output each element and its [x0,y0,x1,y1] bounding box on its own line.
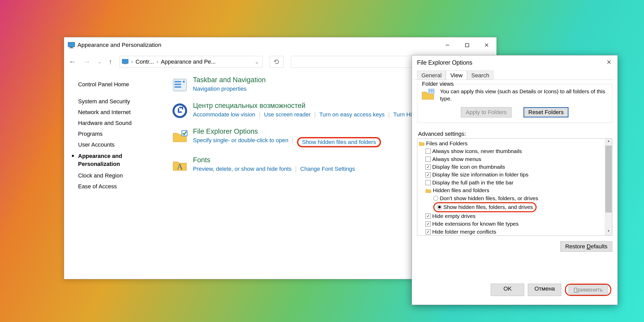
ok-button[interactable]: OK [491,284,524,296]
category-title[interactable]: File Explorer Options [193,128,381,135]
svg-point-13 [183,81,185,83]
tab-view[interactable]: View [446,71,467,80]
sidebar-item[interactable]: Hardware and Sound [78,118,169,129]
window-title: Appearance and Personalization [78,42,161,48]
scroll-up-icon[interactable]: ▴ [605,139,612,145]
titlebar: Appearance and Personalization [64,37,496,53]
advanced-settings-label: Advanced settings: [418,131,612,137]
category-link[interactable]: Use screen reader [264,111,311,118]
tree-checkbox-item[interactable]: Hide empty drives [419,212,604,220]
checkbox-icon[interactable] [426,157,431,162]
category-link[interactable]: Turn on easy access keys [319,111,385,118]
tree-folder[interactable]: Files and Folders [419,140,604,147]
breadcrumb-item[interactable]: Appearance and Pe... [161,58,216,65]
tree-checkbox-item[interactable]: Always show icons, never thumbnails [419,147,604,155]
checkbox-icon[interactable] [426,229,431,234]
control-panel-home-link[interactable]: Control Panel Home [78,79,169,90]
svg-text:A: A [177,162,183,171]
checkbox-icon[interactable] [426,214,431,219]
checkbox-icon[interactable] [426,221,431,226]
checkbox-icon[interactable] [426,172,431,177]
restore-defaults-button[interactable]: Restore Defaults [560,241,612,252]
sidebar-item-active[interactable]: Appearance and Personalization [78,150,169,170]
taskbar-icon [172,77,188,93]
category-link[interactable]: Navigation properties [193,86,247,92]
category-link[interactable]: Accommodate low vision [193,111,255,118]
scrollbar[interactable]: ▴ ▾ [605,139,612,235]
svg-rect-24 [429,91,430,93]
tab-general[interactable]: General [417,71,446,80]
file-explorer-options-dialog: File Explorer Options General View Searc… [412,55,618,305]
svg-rect-10 [174,81,181,82]
checkbox-icon[interactable] [426,180,431,185]
advanced-settings-tree[interactable]: Files and FoldersAlways show icons, neve… [417,138,612,236]
folder-views-group: Folder views You can apply this view (su… [417,84,612,123]
maximize-button[interactable] [457,39,477,52]
reset-folders-button[interactable]: Reset Folders [523,107,569,117]
tree-checkbox-item[interactable]: Display file icon on thumbnails [419,163,604,171]
radio-icon[interactable] [437,205,442,210]
category-link[interactable]: Preview, delete, or show and hide fonts [193,166,292,172]
svg-rect-1 [70,47,73,48]
scroll-down-icon[interactable]: ▾ [605,229,612,235]
accessibility-icon [172,103,188,119]
sidebar-item[interactable]: Ease of Access [78,181,169,192]
tab-panel-view: Folder views You can apply this view (su… [414,80,615,302]
checkbox-icon[interactable] [426,149,431,154]
monitor-icon [68,42,75,48]
folder-views-text: You can apply this view (such as Details… [440,88,608,103]
history-dropdown-icon[interactable]: ⌄ [98,59,101,65]
tree-folder[interactable]: Hidden files and folders [419,187,604,194]
tree-checkbox-item[interactable]: Hide folder merge conflicts [419,228,604,236]
category-link[interactable]: Change Font Settings [300,166,355,172]
show-hidden-files-link[interactable]: Show hidden files and folders [302,139,376,145]
apply-to-folders-button[interactable]: Apply to Folders [461,107,512,117]
svg-rect-25 [431,91,432,93]
highlight-annotation: Применить [565,284,611,296]
sidebar-item[interactable]: Network and Internet [78,107,169,118]
tree-checkbox-item[interactable]: Always show menus [419,155,604,163]
sidebar-item[interactable]: Programs [78,129,169,139]
svg-rect-2 [69,48,73,48]
svg-rect-22 [431,90,432,91]
tree-checkbox-item[interactable]: Display the full path in the title bar [419,179,604,187]
back-button[interactable]: ← [69,58,76,66]
folder-options-icon [172,129,188,145]
sidebar-item[interactable]: User Accounts [78,139,169,150]
sidebar-item[interactable]: System and Security [78,96,169,107]
highlight-annotation: Show hidden files, folders, and drives [433,202,537,212]
category-title[interactable]: Fonts [193,156,355,164]
checkbox-icon[interactable] [426,164,431,170]
minimize-button[interactable] [438,39,457,52]
tree-checkbox-item[interactable]: Hide extensions for known file types [419,220,604,228]
scrollbar-thumb[interactable] [605,146,612,213]
category-link[interactable]: Specify single- or double-click to open [193,137,289,147]
dialog-title: File Explorer Options [417,59,472,66]
tab-search[interactable]: Search [467,71,494,80]
dialog-close-button[interactable] [603,58,615,68]
category-title[interactable]: Taskbar and Navigation [193,76,266,84]
breadcrumb-item[interactable]: Contr... [135,58,154,65]
cancel-button[interactable]: Отмена [528,284,561,296]
folder-view-icon [421,88,435,102]
svg-rect-4 [465,44,469,47]
svg-rect-0 [68,42,75,47]
close-button[interactable] [477,39,496,52]
svg-rect-21 [429,90,430,91]
svg-rect-8 [124,63,126,64]
svg-rect-7 [122,59,128,64]
monitor-icon [122,59,129,65]
breadcrumb[interactable]: › Contr... › Appearance and Pe... ⌄ [120,56,262,68]
tree-checkbox-item[interactable]: Display file size information in folder … [419,171,604,179]
svg-rect-12 [174,86,181,88]
tree-radio-item[interactable]: Show hidden files, folders, and drives [419,202,604,212]
radio-icon[interactable] [433,196,438,201]
highlight-annotation: Show hidden files and folders [297,137,381,147]
sidebar-item[interactable]: Clock and Region [78,170,169,181]
up-button[interactable]: ↑ [109,58,112,66]
apply-button[interactable]: Применить [569,285,608,295]
svg-rect-23 [433,90,434,91]
forward-button[interactable]: → [83,58,90,66]
tree-radio-item[interactable]: Don't show hidden files, folders, or dri… [419,194,604,202]
refresh-button[interactable] [270,56,284,68]
